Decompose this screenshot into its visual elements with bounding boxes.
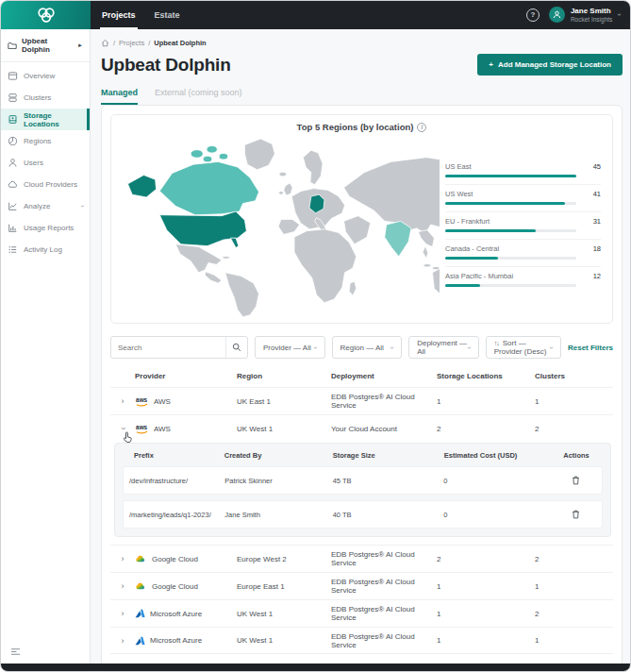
collapse-sidebar-icon [10,647,21,656]
search-icon [232,343,241,352]
sidebar-nav: Overview Clusters Storage Locations Regi… [1,62,90,260]
breadcrumb-separator: / [113,39,115,47]
southeast-asia [418,230,434,247]
user-org: Rocket Insights [571,16,612,24]
user-menu[interactable]: Jane Smith Rocket Insights › [549,7,621,24]
window-bottom-bar [1,664,630,671]
top-tab-projects[interactable]: Projects [100,1,138,29]
add-managed-storage-location-button[interactable]: + Add Managed Storage Location [477,54,623,76]
table-row[interactable]: › Google Cloud Europe West 2 EDB Postgre… [110,545,613,572]
bar-value: 12 [593,272,601,280]
reset-filters-link[interactable]: Reset Filters [568,344,613,352]
provider-filter-dropdown[interactable]: Provider — All› [255,336,325,359]
spain [278,219,300,234]
table-row[interactable]: › Google Cloud Europe East 1 EDB Postgre… [110,572,613,599]
ireland [279,191,284,194]
sidebar-item-overview[interactable]: Overview [1,65,90,87]
project-selector[interactable]: Upbeat Dolphin ► [1,29,90,62]
expanded-storage-panel: Prefix Created By Storage Size Estimated… [114,443,611,537]
users-icon [8,158,18,168]
sidebar-item-analyze[interactable]: Analyze › [1,195,90,217]
aws-icon: aws [135,424,149,434]
delete-button[interactable] [572,510,580,519]
expand-chevron-icon[interactable]: › [110,554,135,563]
chevron-down-icon: › [465,346,473,349]
sidebar-item-regions[interactable]: Regions [1,130,90,152]
table-header-row: Provider Region Deployment Storage Locat… [110,367,613,387]
chevron-down-icon: › [311,346,320,349]
bar-label: US West [445,190,473,198]
sidebar-item-usage-reports[interactable]: Usage Reports [1,217,90,239]
avatar [549,7,565,23]
sidebar: Upbeat Dolphin ► Overview Clusters Sto [1,29,91,664]
managed-storage-card: Top 5 Regions (by location) i [101,105,623,664]
iceland [279,172,287,176]
arabia [344,216,371,244]
home-icon[interactable] [101,39,109,47]
tab-managed[interactable]: Managed [101,88,138,105]
expand-chevron-icon[interactable]: › [110,396,135,406]
greenland [244,139,274,170]
cuba [223,256,230,259]
chevron-down-icon: › [78,205,85,207]
country-canada [159,161,258,214]
storage-locations-table: Provider Region Deployment Storage Locat… [110,367,613,654]
breadcrumb-projects[interactable]: Projects [119,39,144,47]
activity-log-icon [8,244,18,255]
bar-label: EU - Frankfurt [445,217,490,226]
clusters-icon [8,92,18,103]
user-name: Jane Smith [571,7,612,16]
mouse-cursor-pointer [122,431,134,445]
table-row[interactable]: › aws AWS UK East 1 EDB Postgres® AI Clo… [110,387,613,414]
help-icon[interactable]: ? [526,8,540,22]
search-button[interactable] [225,337,247,358]
us-florida [230,238,238,247]
scandinavia [303,150,323,185]
table-row-expanded[interactable]: › aws AWS UK West 1 Your Cloud Account [110,414,613,442]
sort-dropdown[interactable]: ↑↓Sort — Provider (Desc) › [486,336,561,359]
sub-table-row: /dev/infrastructure/ Patrick Skinner 45 … [123,466,603,495]
brand-logo[interactable] [1,1,91,29]
cloud-icon [8,179,18,190]
africa [294,229,357,303]
top-regions-chart-card: Top 5 Regions (by location) i [110,114,613,324]
search-box [110,336,248,359]
bar-us-east: US East 45 [445,158,601,185]
table-row[interactable]: › Microsoft Azure UK West 1 EDB Postgres… [110,627,613,654]
sub-table-row: /marketing/leads/q1-2023/ Jane Smith 40 … [123,500,603,529]
search-input[interactable] [111,337,225,358]
caret-right-icon: ► [77,42,83,48]
sidebar-collapse-button[interactable] [1,640,90,664]
south-america [225,273,259,317]
madagascar [349,281,357,295]
tab-external[interactable]: External (coming soon) [155,88,242,105]
region-filter-dropdown[interactable]: Region — All› [332,336,403,359]
info-icon[interactable]: i [417,123,426,132]
aws-icon: aws [135,396,149,407]
deployment-filter-dropdown[interactable]: Deployment — All› [408,336,479,359]
bar-value: 31 [593,217,601,226]
expand-chevron-icon[interactable]: › [110,609,135,618]
delete-button[interactable] [572,476,580,485]
google-cloud-icon [135,554,147,563]
main-content: / Projects / Upbeat Dolphin Upbeat Dolph… [91,29,630,664]
expand-chevron-icon[interactable]: › [110,636,135,646]
sidebar-item-clusters[interactable]: Clusters [1,87,90,109]
sort-arrows-icon: ↑↓ [494,340,499,346]
world-map [121,132,440,319]
expand-chevron-icon[interactable]: › [110,581,135,591]
bar-canada-central: Canada - Central 18 [445,240,601,267]
bar-value: 18 [593,244,601,253]
azure-icon [135,636,145,646]
sidebar-item-activity-log[interactable]: Activity Log [1,239,90,260]
sidebar-item-cloud-providers[interactable]: Cloud Providers [1,174,90,195]
sidebar-item-users[interactable]: Users [1,152,90,174]
table-row[interactable]: › Microsoft Azure UK West 1 EDB Postgres… [110,599,613,627]
breadcrumb-current: Upbeat Dolphin [154,39,206,47]
bar-label: US East [445,162,472,171]
collapse-chevron-icon[interactable]: › [110,424,135,433]
sidebar-item-storage-locations[interactable]: Storage Locations [1,109,90,130]
top-tab-estate[interactable]: Estate [153,1,182,29]
person-icon [553,10,561,19]
bar-us-west: US West 41 [445,185,601,212]
